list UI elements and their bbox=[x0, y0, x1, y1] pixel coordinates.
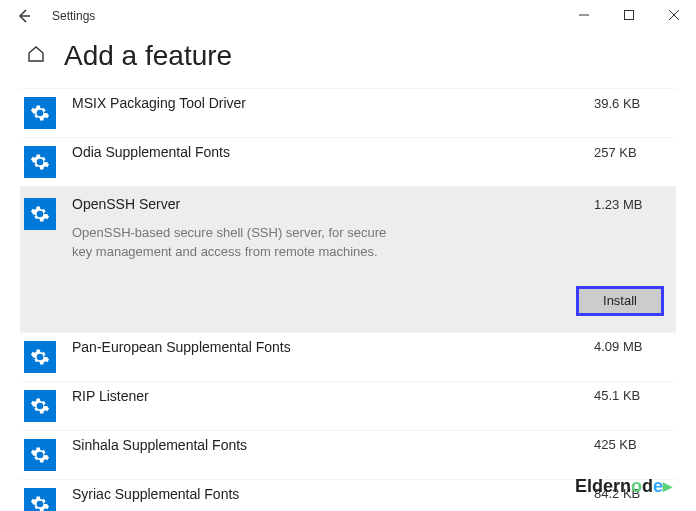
feature-name: Odia Supplemental Fonts bbox=[72, 144, 594, 160]
feature-size: 4.09 MB bbox=[594, 339, 664, 354]
gear-icon bbox=[24, 488, 56, 511]
caption-buttons bbox=[561, 0, 696, 30]
feature-item-openssh[interactable]: OpenSSH Server 1.23 MB OpenSSH-based sec… bbox=[20, 186, 676, 332]
maximize-icon bbox=[624, 10, 634, 20]
feature-item-paneuro[interactable]: Pan-European Supplemental Fonts 4.09 MB bbox=[20, 332, 676, 381]
feature-item-odia[interactable]: Odia Supplemental Fonts 257 KB bbox=[20, 137, 676, 186]
svg-rect-2 bbox=[624, 11, 633, 20]
feature-size: 45.1 KB bbox=[594, 388, 664, 403]
back-button[interactable] bbox=[4, 0, 44, 32]
feature-name: OpenSSH Server bbox=[72, 196, 594, 212]
feature-item-msix[interactable]: MSIX Packaging Tool Driver 39.6 KB bbox=[20, 88, 676, 137]
install-button[interactable]: Install bbox=[576, 286, 664, 316]
feature-item-rip[interactable]: RIP Listener 45.1 KB bbox=[20, 381, 676, 430]
page-header: Add a feature bbox=[0, 32, 696, 88]
feature-name: RIP Listener bbox=[72, 388, 594, 404]
close-button[interactable] bbox=[651, 0, 696, 30]
gear-icon bbox=[24, 97, 56, 129]
gear-icon bbox=[24, 146, 56, 178]
maximize-button[interactable] bbox=[606, 0, 651, 30]
titlebar: Settings bbox=[0, 0, 696, 32]
feature-name: Sinhala Supplemental Fonts bbox=[72, 437, 594, 453]
page-title: Add a feature bbox=[64, 40, 232, 72]
minimize-icon bbox=[579, 10, 589, 20]
gear-icon bbox=[24, 439, 56, 471]
feature-name: Pan-European Supplemental Fonts bbox=[72, 339, 594, 355]
feature-description: OpenSSH-based secure shell (SSH) server,… bbox=[72, 224, 392, 262]
gear-icon bbox=[24, 341, 56, 373]
close-icon bbox=[669, 10, 679, 20]
feature-item-sinhala[interactable]: Sinhala Supplemental Fonts 425 KB bbox=[20, 430, 676, 479]
feature-name: MSIX Packaging Tool Driver bbox=[72, 95, 594, 111]
back-arrow-icon bbox=[16, 8, 32, 24]
app-title: Settings bbox=[44, 9, 95, 23]
home-icon[interactable] bbox=[26, 44, 46, 68]
feature-size: 257 KB bbox=[594, 145, 664, 160]
feature-list: MSIX Packaging Tool Driver 39.6 KB Odia … bbox=[0, 88, 696, 511]
minimize-button[interactable] bbox=[561, 0, 606, 30]
watermark-logo: Eldernode▸ bbox=[575, 475, 672, 497]
feature-size: 1.23 MB bbox=[594, 197, 664, 212]
gear-icon bbox=[24, 390, 56, 422]
feature-size: 39.6 KB bbox=[594, 96, 664, 111]
feature-name: Syriac Supplemental Fonts bbox=[72, 486, 594, 502]
gear-icon bbox=[24, 198, 56, 230]
feature-size: 425 KB bbox=[594, 437, 664, 452]
